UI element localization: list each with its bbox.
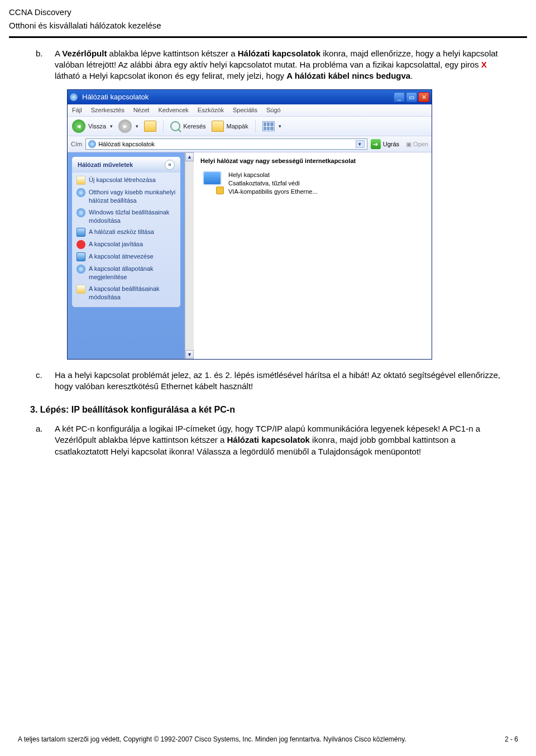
task-firewall[interactable]: Windows tűzfal beállításainak módosítása [76,208,176,225]
item-a: a. A két PC-n konfigurálja a logikai IP-… [36,423,506,457]
main-pane: Helyi hálózat vagy nagy sebességű intern… [194,152,432,359]
separator [255,120,256,132]
menu-file[interactable]: Fájl [72,106,82,114]
connection-icon [200,171,224,194]
folders-button[interactable]: Mappák [212,121,248,132]
menu-favorites[interactable]: Kedvencek [158,106,188,114]
address-bar: Cím Hálózati kapcsolatok ▾ ➔ Ugrás ▣ Ope… [68,136,432,152]
doc-title-2: Otthoni és kisvállalati hálózatok kezelé… [9,20,527,31]
back-label: Vissza [88,122,106,131]
views-button[interactable]: ▾ [262,121,281,131]
item-b: b. A Vezérlőpult ablakba lépve kattintso… [36,48,506,82]
tasks-pane-header[interactable]: Hálózati műveletek « [72,157,180,173]
task-home-network[interactable]: Otthoni vagy kisebb munkahelyi hálózat b… [76,188,176,205]
task-label: A hálózati eszköz tiltása [89,228,154,237]
forward-dropdown-icon[interactable]: ▾ [136,123,138,130]
address-icon [88,140,96,148]
task-rename[interactable]: A kapcsolat átnevezése [76,252,176,261]
task-label: Új kapcsolat létrehozása [89,176,156,185]
red-x: X [481,60,487,69]
task-icon [76,188,85,197]
separator [163,120,164,132]
bold: Vezérlőpult [62,49,107,58]
go-label: Ugrás [383,140,399,149]
menu-advanced[interactable]: Speciális [233,106,257,114]
go-arrow-icon: ➔ [371,139,381,149]
up-button[interactable] [144,121,156,132]
task-icon [76,252,85,261]
window-title: Hálózati kapcsolatok [81,92,394,102]
task-icon [76,176,85,185]
search-label: Keresés [183,122,205,131]
monitor-icon [203,171,222,185]
task-status[interactable]: A kapcsolat állapotának megjelenítése [76,265,176,281]
address-input[interactable]: Hálózati kapcsolatok ▾ [85,138,367,150]
search-icon [170,121,180,131]
bold: Hálózati kapcsolatok [238,49,320,58]
close-button[interactable]: ✕ [418,92,429,102]
forward-button[interactable]: ► ▾ [118,119,138,133]
connection-status: Csatlakoztatva, tűzfal védi [228,179,318,188]
task-disable[interactable]: A hálózati eszköz tiltása [76,228,176,237]
address-value: Hálózati kapcsolatok [98,140,155,149]
sidebar: Hálózati műveletek « Új kapcsolat létreh… [68,152,185,359]
back-dropdown-icon[interactable]: ▾ [110,123,113,130]
maximize-button[interactable]: ▭ [406,92,417,102]
views-dropdown-icon[interactable]: ▾ [279,123,281,130]
minimize-button[interactable]: _ [394,92,405,102]
chevron-up-icon[interactable]: « [165,160,175,170]
task-label: A kapcsolat állapotának megjelenítése [89,265,176,281]
task-new-connection[interactable]: Új kapcsolat létrehozása [76,176,176,185]
up-folder-icon [144,121,156,132]
go-button[interactable]: ➔ Ugrás [371,139,399,149]
item-a-body: A két PC-n konfigurálja a logikai IP-cím… [55,423,506,457]
network-connections-window: Hálózati kapcsolatok _ ▭ ✕ Fájl Szerkesz… [67,89,432,360]
menu-view[interactable]: Nézet [133,106,150,114]
scroll-down-icon[interactable]: ▼ [185,350,194,359]
divider [9,36,527,38]
scroll-track[interactable] [185,161,194,350]
bold: A hálózati kábel nincs bedugva [286,71,410,80]
txt: ablakba lépve kattintson kétszer a [107,49,237,58]
task-repair[interactable]: A kapcsolat javítása [76,240,176,249]
footer-page: 2 - 6 [505,735,518,744]
task-icon [76,240,85,249]
lock-icon [216,186,224,194]
task-icon [76,265,85,274]
toolbar: ◄ Vissza ▾ ► ▾ Keresés Mappák [68,117,432,136]
menu-tools[interactable]: Eszközök [198,106,224,114]
tasks-pane: Hálózati műveletek « Új kapcsolat létreh… [72,157,180,307]
item-c-marker: c. [36,370,55,393]
task-properties[interactable]: A kapcsolat beállításainak módosítása [76,285,176,302]
connection-adapter: VIA-kompatibilis gyors Etherne... [228,188,318,196]
titlebar[interactable]: Hálózati kapcsolatok _ ▭ ✕ [68,90,432,104]
doc-title-1: CCNA Discovery [9,7,527,18]
tasks-title: Hálózati műveletek [78,161,133,169]
menu-edit[interactable]: Szerkesztés [91,106,125,114]
item-a-marker: a. [36,423,55,457]
tasks-list: Új kapcsolat létrehozása Otthoni vagy ki… [72,173,180,307]
item-c-body: Ha a helyi kapcsolat problémát jelez, az… [55,370,506,393]
item-b-body: A Vezérlőpult ablakba lépve kattintson k… [55,48,506,82]
forward-icon: ► [118,119,132,133]
txt: látható a Helyi kapcsolat ikonon és egy … [55,71,286,80]
folders-label: Mappák [227,122,248,131]
search-button[interactable]: Keresés [170,121,205,131]
open-button: ▣ Open [406,140,428,149]
connection-text: Helyi kapcsolat Csatlakoztatva, tűzfal v… [228,171,318,196]
folders-icon [212,121,224,132]
category-heading: Helyi hálózat vagy nagy sebességű intern… [200,157,427,165]
address-dropdown-icon[interactable]: ▾ [356,140,365,148]
txt: . [410,71,413,80]
sidebar-scrollbar[interactable]: ▲ ▼ [185,152,194,359]
connection-item[interactable]: Helyi kapcsolat Csatlakoztatva, tűzfal v… [200,171,427,196]
item-c: c. Ha a helyi kapcsolat problémát jelez,… [36,370,506,393]
menu-help[interactable]: Súgó [266,106,281,114]
back-button[interactable]: ◄ Vissza ▾ [72,119,113,133]
task-label: A kapcsolat beállításainak módosítása [89,285,176,302]
open-icon: ▣ [406,140,411,149]
task-label: A kapcsolat javítása [89,240,143,249]
back-icon: ◄ [72,119,85,133]
scroll-up-icon[interactable]: ▲ [185,152,194,161]
txt: A [55,49,62,58]
